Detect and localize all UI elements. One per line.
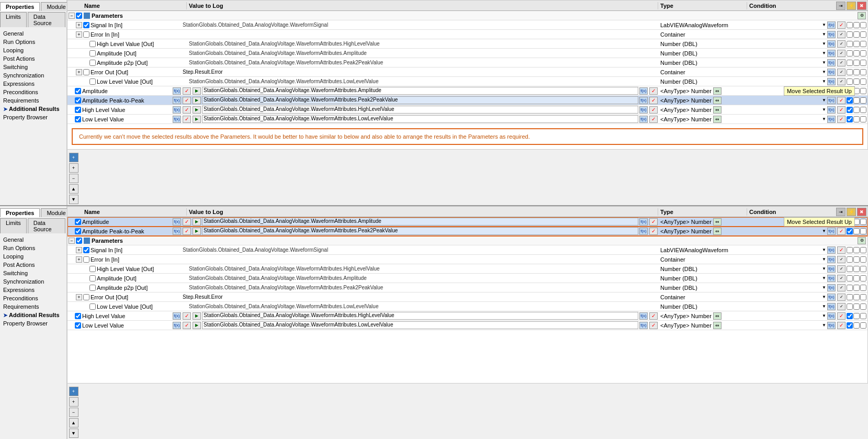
expand-parameters-bot[interactable]: −: [69, 238, 75, 244]
chk2-signal-top[interactable]: [847, 22, 853, 28]
tab-limits-bot[interactable]: Limits: [0, 218, 27, 233]
chk-signal-top[interactable]: [83, 22, 89, 28]
tb-minus-top[interactable]: −: [69, 174, 78, 183]
fxn-btn-ampp2p-bot[interactable]: f(x): [173, 228, 181, 235]
gear-btn-top[interactable]: ⚙: [858, 12, 866, 19]
chk-hlob-bot[interactable]: ✓: [837, 265, 846, 273]
chk4-signal-top[interactable]: [860, 22, 866, 28]
redchk-amp-bot[interactable]: ✓: [183, 218, 191, 226]
chk-ll-result-bot[interactable]: [75, 322, 81, 329]
fxn-btn-hlob-bot[interactable]: f(x): [827, 265, 836, 273]
sidebar-switching[interactable]: Switching: [0, 63, 66, 71]
check-btn-signal-top[interactable]: ✓: [837, 21, 846, 29]
fxn-btn-aob-bot[interactable]: f(x): [827, 275, 836, 282]
play-hlr-top[interactable]: ▶: [193, 106, 201, 114]
chk-cond-hlr-top[interactable]: ✓: [837, 106, 846, 114]
fxn-btn-ap2pb-bot[interactable]: f(x): [827, 284, 836, 291]
expand-error-out-top[interactable]: +: [76, 69, 82, 75]
hl-value-field-top[interactable]: StationGlobals.Obtained_Data.AnalogVolta…: [202, 106, 638, 114]
chk-llob-bot[interactable]: ✓: [837, 303, 846, 310]
chk2-error-in-top[interactable]: [847, 31, 853, 38]
chk4-hl-top[interactable]: [860, 41, 866, 47]
redchk-hlr-top[interactable]: ✓: [183, 106, 191, 114]
sidebar-propertybrowser-top[interactable]: Property Browser: [0, 113, 66, 121]
chk-cond-ampp2p-bot[interactable]: ✓: [837, 228, 846, 235]
redchk2-llrb-bot[interactable]: ✓: [649, 322, 658, 329]
header-icon-delete-bot[interactable]: ✖: [857, 208, 866, 216]
chk-error-in-bot[interactable]: [83, 256, 89, 263]
chk-hl-out-bot[interactable]: [89, 266, 96, 272]
fxn-btn2-ampp2p-bot[interactable]: f(x): [639, 228, 648, 235]
play-llr-top[interactable]: ▶: [193, 116, 201, 123]
fxn-btn2-llr-top[interactable]: f(x): [639, 116, 648, 123]
play-hlrb-bot[interactable]: ▶: [193, 312, 201, 320]
redchk-llrb-bot[interactable]: ✓: [183, 322, 191, 329]
gear-btn-bot[interactable]: ⚙: [858, 237, 866, 244]
sidebar-looping[interactable]: Looping: [0, 46, 66, 54]
chk3-error-in-top[interactable]: [853, 31, 860, 38]
header-icon-export-bot[interactable]: ⚡: [847, 208, 856, 216]
chk-hl-result-bot[interactable]: [75, 313, 81, 319]
chk-amp-bot[interactable]: [75, 219, 81, 225]
fxn-btn-amp-bot[interactable]: f(x): [173, 218, 181, 226]
tb-add-top[interactable]: +: [69, 153, 78, 162]
sidebar-expressions[interactable]: Expressions: [0, 80, 66, 88]
fxn-btn-eob-bot[interactable]: f(x): [827, 294, 836, 301]
type-icon-ampp2p-bot[interactable]: ⇔: [713, 228, 722, 235]
chk-ll-result-top[interactable]: [75, 116, 81, 122]
sidebar-postactions[interactable]: Post Actions: [0, 54, 66, 63]
fxn-btn-eo-top[interactable]: f(x): [827, 69, 836, 76]
chk-ei-bot[interactable]: ✓: [837, 256, 846, 263]
fxn-btn-llrb-bot[interactable]: f(x): [173, 322, 181, 329]
fxn-btn-error-in-top[interactable]: f(x): [827, 31, 836, 38]
expand-parameters-top[interactable]: −: [69, 13, 75, 19]
chk4-error-in-top[interactable]: [860, 31, 866, 38]
sidebar-looping-bot[interactable]: Looping: [0, 252, 66, 261]
play-llrb-bot[interactable]: ▶: [193, 322, 201, 329]
chk3-hl-top[interactable]: [853, 41, 860, 47]
type-icon-hlrb-bot[interactable]: ⇔: [713, 312, 722, 320]
header-icon-import-bot[interactable]: ⇥: [836, 208, 846, 216]
fxn-btn-signal-top[interactable]: f(x): [827, 21, 836, 29]
chk-ap2p-top[interactable]: ✓: [837, 59, 846, 66]
fxn-btn-ao-top[interactable]: f(x): [827, 50, 836, 57]
fxn-btn2-hlrb-bot[interactable]: f(x): [639, 312, 648, 320]
chk-eo-top[interactable]: ✓: [837, 69, 846, 76]
fxn-btn-sig-bot[interactable]: f(x): [827, 246, 836, 254]
tb-down-top[interactable]: ▼: [69, 195, 78, 204]
fxn-btn-ll-top[interactable]: f(x): [827, 78, 836, 85]
play-ar-top[interactable]: ▶: [193, 87, 201, 95]
chk-eob-bot[interactable]: ✓: [837, 294, 846, 301]
tb-up-top[interactable]: ▲: [69, 184, 78, 194]
fxn-cond-ampp2p-bot[interactable]: f(x): [827, 228, 836, 235]
tb-minus-bot[interactable]: −: [69, 408, 78, 417]
fxn-btn-llr-top[interactable]: f(x): [173, 116, 181, 123]
chk-parameters[interactable]: [76, 13, 82, 19]
chk-cond-llrb-bot[interactable]: ✓: [837, 322, 846, 329]
redchk2-ap2pr-top[interactable]: ✓: [649, 97, 658, 104]
chk-cond-hlrb-bot[interactable]: ✓: [837, 312, 846, 320]
header-icon-export[interactable]: ⚡: [847, 2, 856, 10]
chk-error-in-top[interactable]: [83, 31, 89, 38]
fxn-btn-hlr-top[interactable]: f(x): [173, 106, 181, 114]
sidebar-additionalresults-top[interactable]: Additional Results: [0, 105, 66, 113]
ll-value-field-bot[interactable]: StationGlobals.Obtained_Data.AnalogVolta…: [202, 321, 638, 329]
redchk-ar-top[interactable]: ✓: [183, 87, 191, 95]
tb-down-bot[interactable]: ▼: [69, 429, 78, 438]
chk-signal-bot[interactable]: [83, 247, 89, 253]
tb-addplus-bot[interactable]: +: [69, 397, 78, 407]
chk-ampp2p-result-top[interactable]: [75, 97, 81, 104]
redchk2-hlrb-bot[interactable]: ✓: [649, 312, 658, 320]
chk-amplitude-result-top[interactable]: [75, 88, 81, 94]
redchk2-ampp2p-bot[interactable]: ✓: [649, 228, 658, 235]
redchk-ap2pr-top[interactable]: ✓: [183, 97, 191, 104]
fxn-cond-ap2pr-top[interactable]: f(x): [827, 97, 836, 104]
chk-error-out-bot[interactable]: [83, 294, 89, 300]
fxn-cond-hlr-top[interactable]: f(x): [827, 106, 836, 114]
type-icon-llrb-bot[interactable]: ⇔: [713, 322, 722, 329]
hl-value-field-bot[interactable]: StationGlobals.Obtained_Data.AnalogVolta…: [202, 312, 638, 320]
chk-ap2p-out-bot[interactable]: [89, 285, 96, 291]
fxn-btn2-ar-top[interactable]: f(x): [639, 87, 648, 95]
tab-properties[interactable]: Properties: [0, 2, 40, 11]
tab-limits[interactable]: Limits: [0, 12, 27, 27]
